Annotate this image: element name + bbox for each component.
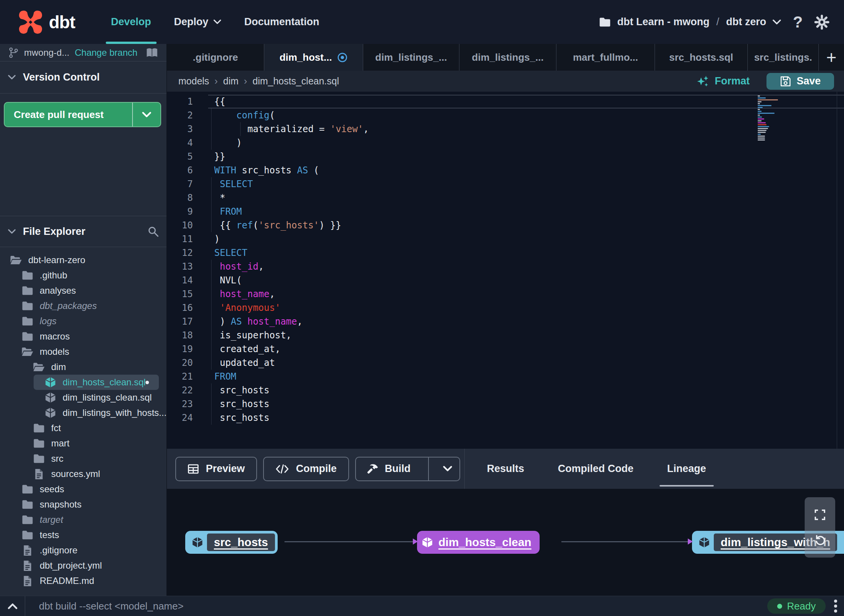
file-tree-item-dbt-project-yml[interactable]: dbt_project.yml xyxy=(0,558,167,573)
project-picker[interactable]: dbt Learn - mwong / dbt zero xyxy=(599,16,781,28)
compile-button[interactable]: Compile xyxy=(263,457,349,481)
line-number: 7 xyxy=(167,177,208,191)
file-tab--gitignore[interactable]: .gitignore xyxy=(167,44,264,71)
folder-icon xyxy=(21,301,34,311)
result-tab-lineage[interactable]: Lineage xyxy=(665,449,708,489)
file-tree-item-mart[interactable]: mart xyxy=(0,436,167,451)
lineage-node-dim-hosts-clean[interactable]: dim_hosts_clean xyxy=(417,531,540,554)
dbt-logo-icon[interactable] xyxy=(18,9,44,35)
search-icon[interactable] xyxy=(147,226,159,237)
docs-book-icon[interactable] xyxy=(146,48,158,58)
command-input-placeholder[interactable]: dbt build --select <model_name> xyxy=(39,600,184,612)
file-tree-item-logs[interactable]: logs xyxy=(0,314,167,329)
file-tree-item--gitignore[interactable]: .gitignore xyxy=(0,543,167,558)
lineage-canvas[interactable]: src_hosts dim_hosts_clean dim_listings_w… xyxy=(167,489,844,596)
code-line-21[interactable]: 21FROM xyxy=(167,370,844,383)
file-tree-item-readme-md[interactable]: README.md xyxy=(0,573,167,589)
result-tab-compiled-code[interactable]: Compiled Code xyxy=(556,449,636,489)
build-main[interactable]: Build xyxy=(356,458,422,480)
file-tree-item-src[interactable]: src xyxy=(0,451,167,466)
code-line-23[interactable]: 23 src_hosts xyxy=(167,397,844,411)
file-tree-item-macros[interactable]: macros xyxy=(0,329,167,344)
code-line-16[interactable]: 16 'Anonymous' xyxy=(167,301,844,315)
version-control-header[interactable]: Version Control xyxy=(0,61,167,94)
code-line-11[interactable]: 11) xyxy=(167,232,844,246)
code-line-12[interactable]: 12SELECT xyxy=(167,246,844,260)
file-tab-dim-listings-[interactable]: dim_listings_... xyxy=(363,44,459,71)
save-button[interactable]: Save xyxy=(766,73,834,90)
format-button[interactable]: Format xyxy=(696,75,750,88)
command-bar-expand-button[interactable] xyxy=(0,596,25,616)
nav-item-develop[interactable]: Develop xyxy=(100,0,163,44)
code-line-7[interactable]: 7 SELECT xyxy=(167,177,844,191)
result-tab-results[interactable]: Results xyxy=(485,449,527,489)
code-line-22[interactable]: 22 src_hosts xyxy=(167,383,844,397)
editor-minimap[interactable] xyxy=(758,95,780,141)
code-line-24[interactable]: 24 src_hosts xyxy=(167,411,844,425)
breadcrumb-segment[interactable]: models xyxy=(177,76,211,87)
code-line-5[interactable]: 5}} xyxy=(167,150,844,163)
file-tab-src-listings-[interactable]: src_listings. xyxy=(748,44,819,71)
file-tree-item-dim-listings-with-hosts-[interactable]: dim_listings_with_hosts... xyxy=(0,405,167,420)
file-tree-item-tests[interactable]: tests xyxy=(0,527,167,543)
file-tree-item-dim[interactable]: dim xyxy=(0,359,167,375)
file-tab-dim-host-[interactable]: dim_host... xyxy=(264,44,363,71)
code-text: src_hosts xyxy=(208,397,844,411)
code-line-17[interactable]: 17 ) AS host_name, xyxy=(167,315,844,328)
fullscreen-icon[interactable] xyxy=(814,509,826,521)
file-tree-item-dbt-learn-zero[interactable]: dbt-learn-zero xyxy=(0,252,167,268)
gear-icon[interactable] xyxy=(814,15,829,30)
minimap-line xyxy=(758,109,760,110)
code-line-13[interactable]: 13 host_id, xyxy=(167,260,844,273)
file-explorer-header[interactable]: File Explorer xyxy=(0,216,167,247)
code-line-14[interactable]: 14 NVL( xyxy=(167,273,844,287)
file-tree-item-models[interactable]: models xyxy=(0,344,167,359)
code-line-10[interactable]: 10 {{ ref('src_hosts') }} xyxy=(167,218,844,232)
code-line-8[interactable]: 8 * xyxy=(167,191,844,205)
code-line-3[interactable]: 3 materialized = 'view', xyxy=(167,122,844,136)
preview-button[interactable]: Preview xyxy=(175,457,257,481)
code-line-18[interactable]: 18 is_superhost, xyxy=(167,328,844,342)
nav-item-documentation[interactable]: Documentation xyxy=(233,0,331,44)
code-line-15[interactable]: 15 host_name, xyxy=(167,287,844,301)
breadcrumb-segment[interactable]: dim_hosts_clean.sql xyxy=(251,76,341,87)
file-tree-item-dbt-packages[interactable]: dbt_packages xyxy=(0,298,167,314)
code-line-19[interactable]: 19 created_at, xyxy=(167,342,844,356)
reset-view-icon[interactable] xyxy=(813,533,826,546)
create-pull-request-button[interactable]: Create pull request xyxy=(4,102,161,127)
code-line-6[interactable]: 6WITH src_hosts AS ( xyxy=(167,163,844,177)
help-icon[interactable]: ? xyxy=(793,13,803,31)
file-tab-mart-fullmo-[interactable]: mart_fullmo... xyxy=(556,44,655,71)
file-tree-item-fct[interactable]: fct xyxy=(0,420,167,436)
file-tree-item-target[interactable]: target xyxy=(0,512,167,527)
breadcrumb-segment[interactable]: dim xyxy=(222,76,240,87)
file-tree-item--github[interactable]: .github xyxy=(0,268,167,283)
code-editor[interactable]: 1{{2 config(3 materialized = 'view',4 )5… xyxy=(167,92,844,449)
build-button[interactable]: Build xyxy=(355,457,461,481)
pr-dropdown-chevron-icon[interactable] xyxy=(133,103,160,126)
kebab-menu-icon[interactable] xyxy=(833,598,839,614)
file-tree-item-seeds[interactable]: seeds xyxy=(0,482,167,497)
code-line-9[interactable]: 9 FROM xyxy=(167,205,844,218)
code-line-1[interactable]: 1{{ xyxy=(167,95,844,108)
code-line-2[interactable]: 2 config( xyxy=(167,108,844,122)
file-tab-dim-listings-[interactable]: dim_listings_... xyxy=(459,44,556,71)
editor-scrollbar-track[interactable] xyxy=(837,92,837,449)
code-line-4[interactable]: 4 ) xyxy=(167,136,844,150)
file-tree-item-dim-listings-clean-sql[interactable]: dim_listings_clean.sql xyxy=(0,390,167,405)
file-tree-item-dim-hosts-clean-sql[interactable]: dim_hosts_clean.sql xyxy=(34,375,159,390)
change-branch-link[interactable]: Change branch xyxy=(75,47,137,58)
line-number: 5 xyxy=(167,150,208,163)
file-tab-src-hosts-sql[interactable]: src_hosts.sql xyxy=(655,44,748,71)
nav-item-deploy[interactable]: Deploy xyxy=(163,0,233,44)
build-dropdown-chevron-icon[interactable] xyxy=(436,458,459,480)
lineage-node-src-hosts[interactable]: src_hosts xyxy=(185,531,278,554)
file-tree-item-sources-yml[interactable]: sources.yml xyxy=(0,466,167,482)
file-tree-item-snapshots[interactable]: snapshots xyxy=(0,497,167,512)
table-grid-icon xyxy=(188,463,199,475)
code-line-20[interactable]: 20 updated_at xyxy=(167,356,844,370)
new-tab-button[interactable]: + xyxy=(819,44,844,71)
file-tree-item-label: dim_hosts_clean.sql xyxy=(63,377,146,388)
lineage-controls xyxy=(805,497,835,558)
file-tree-item-analyses[interactable]: analyses xyxy=(0,283,167,298)
